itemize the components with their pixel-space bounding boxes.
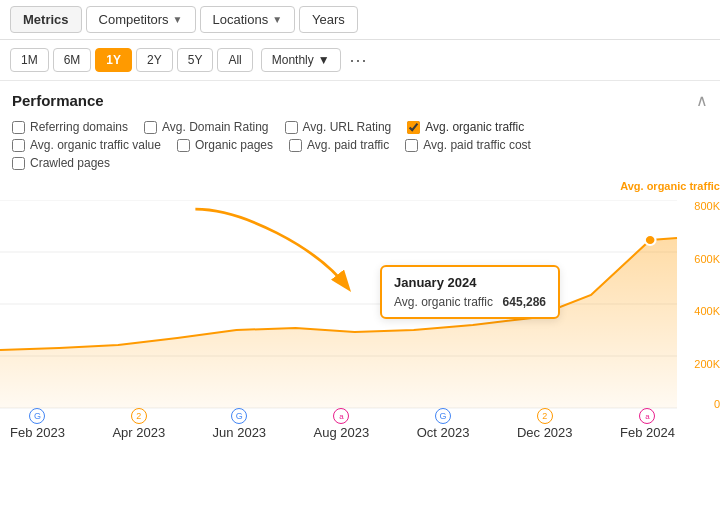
avg-url-rating-checkbox[interactable]: Avg. URL Rating (285, 120, 392, 134)
referring-domains-checkbox[interactable]: Referring domains (12, 120, 128, 134)
competitors-button[interactable]: Competitors ▼ (86, 6, 196, 33)
y-tick-zero: 0 (714, 398, 720, 410)
metrics-button[interactable]: Metrics (10, 6, 82, 33)
x-label-jun2023: G Jun 2023 (213, 408, 267, 440)
all-button[interactable]: All (217, 48, 252, 72)
x-badge-aug2023: a (333, 408, 349, 424)
x-badge-feb2023: G (29, 408, 45, 424)
crawled-pages-label: Crawled pages (30, 156, 110, 170)
chart-data-point (645, 235, 656, 245)
time-range-bar: 1M 6M 1Y 2Y 5Y All Monthly ▼ ⋯ (0, 40, 720, 81)
metrics-checkboxes-row3: Crawled pages (12, 156, 708, 170)
competitors-dropdown-icon: ▼ (173, 14, 183, 25)
avg-domain-rating-checkbox[interactable]: Avg. Domain Rating (144, 120, 269, 134)
tooltip-metric-label: Avg. organic traffic (394, 295, 493, 309)
avg-paid-traffic-cost-checkbox[interactable]: Avg. paid traffic cost (405, 138, 531, 152)
metrics-checkboxes-row1: Referring domains Avg. Domain Rating Avg… (12, 120, 708, 134)
x-text-feb2024: Feb 2024 (620, 425, 675, 440)
x-badge-oct2023: G (435, 408, 451, 424)
avg-organic-traffic-value-label: Avg. organic traffic value (30, 138, 161, 152)
avg-organic-traffic-checkbox[interactable]: Avg. organic traffic (407, 120, 524, 134)
chart-area-fill (0, 238, 677, 408)
5y-button[interactable]: 5Y (177, 48, 214, 72)
performance-section: Performance ∧ Referring domains Avg. Dom… (0, 81, 720, 170)
6m-button[interactable]: 6M (53, 48, 92, 72)
years-button[interactable]: Years (299, 6, 358, 33)
x-label-dec2023: 2 Dec 2023 (517, 408, 573, 440)
monthly-label: Monthly (272, 53, 314, 67)
x-text-feb2023: Feb 2023 (10, 425, 65, 440)
x-badge-jun2023: G (231, 408, 247, 424)
x-axis: G Feb 2023 2 Apr 2023 G Jun 2023 a Aug 2… (10, 408, 675, 440)
top-navigation: Metrics Competitors ▼ Locations ▼ Years (0, 0, 720, 40)
tooltip-metric-value: 645,286 (503, 295, 546, 309)
x-badge-dec2023: 2 (537, 408, 553, 424)
organic-pages-label: Organic pages (195, 138, 273, 152)
avg-domain-rating-label: Avg. Domain Rating (162, 120, 269, 134)
y-axis-label: Avg. organic traffic (620, 180, 720, 192)
x-text-apr2023: Apr 2023 (112, 425, 165, 440)
more-options-button[interactable]: ⋯ (349, 49, 369, 71)
2y-button[interactable]: 2Y (136, 48, 173, 72)
organic-pages-checkbox[interactable]: Organic pages (177, 138, 273, 152)
monthly-dropdown[interactable]: Monthly ▼ (261, 48, 341, 72)
x-label-apr2023: 2 Apr 2023 (112, 408, 165, 440)
x-badge-apr2023: 2 (131, 408, 147, 424)
x-text-aug2023: Aug 2023 (314, 425, 370, 440)
x-text-jun2023: Jun 2023 (213, 425, 267, 440)
performance-header: Performance ∧ (12, 91, 708, 110)
avg-paid-traffic-cost-label: Avg. paid traffic cost (423, 138, 531, 152)
avg-organic-traffic-label: Avg. organic traffic (425, 120, 524, 134)
chart-tooltip: January 2024 Avg. organic traffic 645,28… (380, 265, 560, 319)
x-label-feb2024: a Feb 2024 (620, 408, 675, 440)
tooltip-metric-row: Avg. organic traffic 645,286 (394, 295, 546, 309)
x-text-oct2023: Oct 2023 (417, 425, 470, 440)
collapse-icon[interactable]: ∧ (696, 91, 708, 110)
tooltip-date: January 2024 (394, 275, 546, 290)
1m-button[interactable]: 1M (10, 48, 49, 72)
chart-svg-wrapper (0, 200, 720, 410)
chart-area: Avg. organic traffic 800K 600K 400K 200K (0, 180, 720, 440)
crawled-pages-checkbox[interactable]: Crawled pages (12, 156, 110, 170)
locations-dropdown-icon: ▼ (272, 14, 282, 25)
avg-paid-traffic-checkbox[interactable]: Avg. paid traffic (289, 138, 389, 152)
performance-title: Performance (12, 92, 104, 109)
referring-domains-label: Referring domains (30, 120, 128, 134)
x-text-dec2023: Dec 2023 (517, 425, 573, 440)
chart-svg (0, 200, 720, 410)
monthly-dropdown-icon: ▼ (318, 53, 330, 67)
x-label-aug2023: a Aug 2023 (314, 408, 370, 440)
avg-organic-traffic-value-checkbox[interactable]: Avg. organic traffic value (12, 138, 161, 152)
avg-url-rating-label: Avg. URL Rating (303, 120, 392, 134)
avg-paid-traffic-label: Avg. paid traffic (307, 138, 389, 152)
locations-button[interactable]: Locations ▼ (200, 6, 296, 33)
x-badge-feb2024: a (639, 408, 655, 424)
metrics-checkboxes-row2: Avg. organic traffic value Organic pages… (12, 138, 708, 152)
x-label-feb2023: G Feb 2023 (10, 408, 65, 440)
1y-button[interactable]: 1Y (95, 48, 132, 72)
x-label-oct2023: G Oct 2023 (417, 408, 470, 440)
